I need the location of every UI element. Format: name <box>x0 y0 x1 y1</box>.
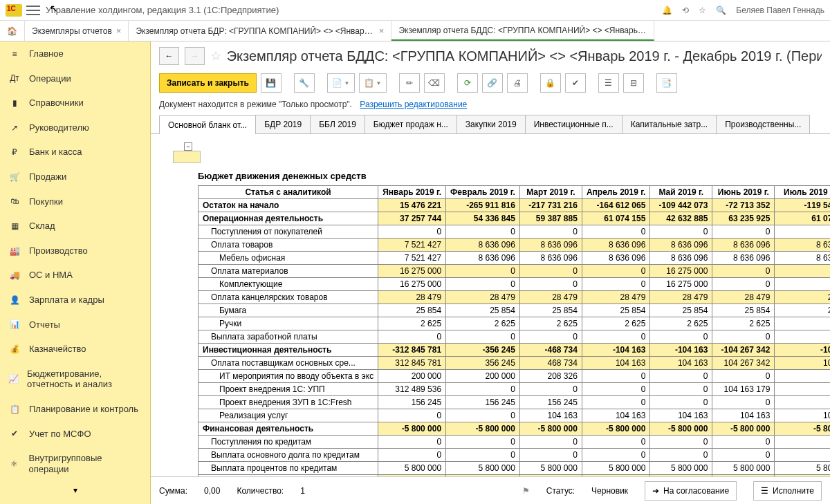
subtab-7[interactable]: Производственны... <box>716 115 810 133</box>
table-row[interactable]: Оплата материалов16 275 00000016 275 000… <box>199 265 831 278</box>
close-icon[interactable]: × <box>379 26 385 36</box>
table-row[interactable]: Проект внедрения 1С: УПП312 489 53600001… <box>199 383 831 396</box>
table-row[interactable]: Поступления по кредитам000000 <box>199 436 831 449</box>
tab-0[interactable]: Экземпляры отчетов× <box>25 21 129 41</box>
subtab-5[interactable]: Инвестиционные п... <box>525 115 622 133</box>
sidebar-item-14[interactable]: 📋Планирование и контроль <box>0 397 150 422</box>
list-icon: ☰ <box>761 486 768 496</box>
sidebar-icon: ▮ <box>8 98 21 108</box>
table-row[interactable]: Реализация услуг00104 163104 163104 1631… <box>199 409 831 422</box>
clear-button[interactable]: ⌫ <box>424 73 445 93</box>
search-icon[interactable]: 🔍 <box>716 6 726 15</box>
tab-1[interactable]: Экземпляр отчета БДР: <ГРУППА КОМПАНИЙ> … <box>129 21 391 41</box>
tree-button[interactable]: ⊟ <box>623 73 644 93</box>
sidebar-icon: 💰 <box>8 344 21 354</box>
link-button[interactable]: 🔗 <box>482 73 503 93</box>
table-row[interactable]: Оплата канцелярских товаров28 47928 4792… <box>199 291 831 304</box>
send-approval-button[interactable]: ➜ На согласование <box>645 481 737 501</box>
copy-dropdown[interactable]: 📄▼ <box>327 73 355 93</box>
sidebar-item-6[interactable]: 🛍Покупки <box>0 189 150 214</box>
sidebar-item-4[interactable]: ₽Банк и касса <box>0 140 150 165</box>
toolbar: Записать и закрыть 💾 🔧 📄▼ 📋▼ ✏ ⌫ ⟳ 🔗 🖨 🔒… <box>151 71 830 98</box>
fill-dropdown[interactable]: 📋▼ <box>359 73 387 93</box>
sidebar-item-7[interactable]: ▦Склад <box>0 214 150 239</box>
edit-button[interactable]: ✏ <box>399 73 420 93</box>
table-row[interactable]: Оплата товаров7 521 4278 636 0968 636 09… <box>199 239 831 252</box>
sidebar-item-15[interactable]: ✔Учет по МСФО <box>0 422 150 447</box>
table-row[interactable]: Выплата процентов по кредитам5 800 0005 … <box>199 462 831 475</box>
menu-icon[interactable] <box>26 6 40 15</box>
sidebar-item-10[interactable]: 👤Зарплата и кадры <box>0 288 150 312</box>
table-row[interactable]: Выплата основного долга по кредитам00000… <box>199 449 831 462</box>
table-row[interactable]: Комплектующие16 275 00000016 275 0000 <box>199 278 831 291</box>
history-icon[interactable]: ⟲ <box>682 6 689 15</box>
document-title: Экземпляр отчета БДДС: <ГРУППА КОМПАНИЙ>… <box>227 48 822 64</box>
tab-2[interactable]: Экземпляр отчета БДДС: <ГРУППА КОМПАНИЙ>… <box>391 21 654 41</box>
sidebar-item-16[interactable]: ⚛Внутригрупповые операции <box>0 446 150 481</box>
refresh-button[interactable]: ⟳ <box>457 73 478 93</box>
sidebar-item-1[interactable]: ДтОперации <box>0 66 150 91</box>
sidebar-label: Планирование и контроль <box>29 404 138 415</box>
forward-button[interactable]: → <box>185 47 205 65</box>
table-row[interactable]: ИТ мероприятия по вводу объекта в экс200… <box>199 370 831 383</box>
spreadsheet[interactable]: − Бюджет движения денежных средств − − −… <box>151 134 830 476</box>
table-row[interactable]: Остаток на начало15 476 221-265 911 816-… <box>199 199 831 212</box>
sidebar-icon: ↗ <box>8 123 21 133</box>
subtab-2[interactable]: ББЛ 2019 <box>310 115 365 133</box>
sidebar-item-2[interactable]: ▮Справочники <box>0 91 150 115</box>
save-button[interactable]: 💾 <box>261 73 282 93</box>
sidebar-item-11[interactable]: 📊Отчеты <box>0 312 150 337</box>
subtab-3[interactable]: Бюджет продаж н... <box>365 115 457 133</box>
sidebar-label: Учет по МСФО <box>29 429 91 440</box>
table-row[interactable]: Инвестиционная деятельность-312 845 781-… <box>199 344 831 357</box>
table-row[interactable]: Проект внедрения ЗУП в 1С:Fresh156 24515… <box>199 396 831 409</box>
sidebar-label: Операции <box>29 73 71 84</box>
report-button[interactable]: 📑 <box>656 73 677 93</box>
sidebar-item-12[interactable]: 💰Казначейство <box>0 337 150 362</box>
approve-button[interactable]: ✔ <box>565 73 586 93</box>
table-row[interactable]: Поступления от покупателей000000 <box>199 225 831 239</box>
sidebar-icon: 🏭 <box>8 246 21 256</box>
sidebar-item-8[interactable]: 🏭Производство <box>0 239 150 263</box>
table-row[interactable]: Остаток на конец-265 911 816-217 731 216… <box>199 475 831 477</box>
favorite-star-icon[interactable]: ☆ <box>210 48 221 64</box>
save-and-close-button[interactable]: Записать и закрыть <box>159 73 257 93</box>
sidebar-item-0[interactable]: ≡Главное <box>0 41 150 66</box>
app-logo <box>6 4 22 17</box>
selected-cell[interactable] <box>173 151 201 163</box>
back-button[interactable]: ← <box>159 47 179 65</box>
table-row[interactable]: Ручки2 6252 6252 6252 6252 6252 625 <box>199 317 831 330</box>
data-table[interactable]: Статья с аналитикойЯнварь 2019 г.Февраль… <box>198 185 830 476</box>
star-icon[interactable]: ☆ <box>699 6 706 15</box>
table-row[interactable]: Финансовая деятельность-5 800 000-5 800 … <box>199 422 831 436</box>
sidebar-item-5[interactable]: 🛒Продажи <box>0 165 150 189</box>
sidebar-item-3[interactable]: ↗Руководителю <box>0 115 150 140</box>
subtab-6[interactable]: Капитальные затр... <box>622 115 717 133</box>
outline-collapse-icon[interactable]: − <box>184 142 192 151</box>
close-icon[interactable]: × <box>116 26 122 36</box>
table-row[interactable]: Выплата заработной платы000000 <box>199 330 831 344</box>
print-button[interactable]: 🖨 <box>507 73 528 93</box>
sidebar-item-9[interactable]: 🚚ОС и НМА <box>0 263 150 288</box>
list-button[interactable]: ☰ <box>598 73 619 93</box>
subtab-0[interactable]: Основной бланк от... <box>159 115 256 134</box>
sidebar-label: Покупки <box>29 196 63 207</box>
sidebar-icon: 📊 <box>8 319 21 329</box>
executor-button[interactable]: ☰ Исполните <box>753 481 822 501</box>
bell-icon[interactable]: 🔔 <box>662 6 672 15</box>
tab-label: Экземпляры отчетов <box>32 26 112 36</box>
user-name[interactable]: Беляев Павел Геннадь <box>736 6 824 15</box>
sidebar-label: Зарплата и кадры <box>29 295 104 306</box>
table-row[interactable]: Мебель офисная7 521 4278 636 0968 636 09… <box>199 252 831 265</box>
home-tab[interactable]: 🏠 <box>0 21 25 41</box>
table-row[interactable]: Операционная деятельность37 257 74454 33… <box>199 212 831 225</box>
subtab-4[interactable]: Закупки 2019 <box>456 115 526 133</box>
table-row[interactable]: Оплата поставщикам основных сре...312 84… <box>199 357 831 370</box>
sidebar-item-13[interactable]: 📈Бюджетирование, отчетность и анализ <box>0 362 150 397</box>
settings-button[interactable]: 🔧 <box>294 73 315 93</box>
enable-edit-link[interactable]: Разрешить редактирование <box>360 100 467 109</box>
table-row[interactable]: Бумага25 85425 85425 85425 85425 85425 8… <box>199 304 831 317</box>
subtab-1[interactable]: БДР 2019 <box>255 115 311 133</box>
lock-button[interactable]: 🔒 <box>540 73 561 93</box>
sidebar-more[interactable]: ▾ <box>0 481 150 499</box>
